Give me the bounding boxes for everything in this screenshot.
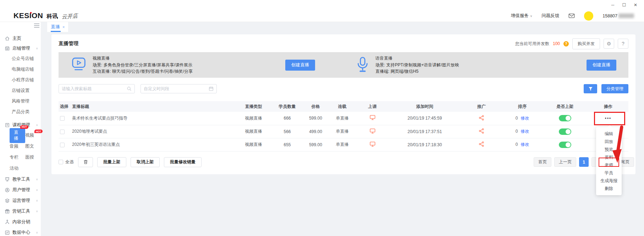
create-voice-live-button[interactable]: 创建直播 <box>587 60 616 71</box>
menu-item-playback[interactable]: 回放 <box>596 138 622 146</box>
batch-off-shelf-button[interactable]: 取消上架 <box>131 157 160 167</box>
enter-class-icon[interactable] <box>370 115 375 121</box>
chevron-down-icon: ∨ <box>36 188 38 192</box>
date-range-box <box>141 84 217 93</box>
live-management-card: 直播管理 您当前可用并发数 100 ? 购买并发 ⚙ ? <box>51 34 635 174</box>
help-circle-icon[interactable]: ? <box>563 41 569 46</box>
sidebar-item-content-distribution[interactable]: 内容分销 <box>0 216 41 227</box>
row-checkbox[interactable] <box>60 130 65 134</box>
window-minimize-button[interactable]: ─ <box>607 0 618 10</box>
create-live-banner: 视频直播 场景: 多角色身份登录/三分屏直播/屏幕共享/课件展示 互动直播: 聊… <box>59 52 628 78</box>
menu-item-student[interactable]: 学员 <box>596 169 622 177</box>
enter-class-icon[interactable] <box>370 128 375 135</box>
sidebar-item-shop-management[interactable]: 店铺管理 ∧ <box>0 43 41 53</box>
menu-item-generate-poster[interactable]: 生成海报 <box>596 177 622 185</box>
enter-class-icon[interactable] <box>370 142 375 148</box>
sidebar-item-offline[interactable]: 面授 <box>25 154 41 160</box>
sidebar-item-marketing-tools[interactable]: 营销工具 ∨ <box>0 206 41 216</box>
sidebar-item-operation-management[interactable]: 运营管理 ∨ <box>0 195 41 206</box>
chevron-down-icon: ∨ <box>36 231 38 234</box>
sidebar-item-data-center[interactable]: 数据中心 ∨ <box>0 227 41 236</box>
live-title[interactable]: 美术特长生考试要点技巧指导 <box>71 112 235 125</box>
promote-share-icon[interactable] <box>479 141 484 148</box>
window-close-button[interactable]: ✕ <box>630 0 641 10</box>
sidebar-item-wechat-shop[interactable]: 公众号店铺 <box>12 53 41 64</box>
promote-share-icon[interactable] <box>479 115 484 122</box>
sidebar-item-article[interactable]: 图文 <box>25 143 41 149</box>
gear-icon[interactable]: ⚙ <box>604 39 614 49</box>
account-phone-number[interactable]: 158807 <box>602 13 634 18</box>
search-icon[interactable] <box>127 86 132 91</box>
on-shelf-toggle[interactable] <box>559 128 571 135</box>
row-checkbox[interactable] <box>60 143 65 147</box>
distribution-icon <box>5 219 10 225</box>
sidebar-item-miniprogram-shop[interactable]: 小程序店铺 <box>12 75 41 85</box>
sidebar: 主页 店铺管理 ∧ 公众号店铺 电脑端店铺 小程序店铺 店铺设置 风格管理 产品… <box>0 22 41 236</box>
sidebar-item-teaching-tools[interactable]: 教学工具 ∨ <box>0 174 41 185</box>
buy-concurrency-button[interactable]: 购买并发 <box>572 38 600 49</box>
funnel-icon <box>588 86 593 92</box>
sidebar-item-column[interactable]: 专栏 <box>10 154 25 160</box>
sidebar-item-pc-shop[interactable]: 电脑端店铺 <box>12 64 41 75</box>
mail-icon[interactable] <box>568 13 575 18</box>
menu-item-teacher[interactable]: 老师 <box>596 161 622 169</box>
edit-sort-link[interactable]: 修改 <box>521 129 529 134</box>
row-checkbox[interactable] <box>60 116 65 121</box>
select-all-checkbox[interactable] <box>59 160 63 164</box>
batch-delete-button[interactable] <box>78 157 93 167</box>
sidebar-item-activity[interactable]: 活动 <box>10 165 27 171</box>
sidebar-item-user-management[interactable]: 用户管理 ∨ <box>0 185 41 195</box>
search-input[interactable] <box>62 86 127 91</box>
live-title[interactable]: 2020地理考试要点 <box>71 125 235 138</box>
redacted-phone-digits <box>618 13 634 18</box>
create-video-live-button[interactable]: 创建直播 <box>285 60 315 71</box>
live-title[interactable]: 2020年初三英语语法重点 <box>71 138 235 151</box>
sidebar-item-live[interactable]: 直播 HOT <box>10 128 25 143</box>
batch-on-shelf-button[interactable]: 批量上架 <box>97 157 126 167</box>
batch-edit-sales-button[interactable]: 批量修改销量 <box>164 157 202 167</box>
tab-live[interactable]: 直播 × <box>47 22 68 32</box>
page-title: 直播管理 <box>59 40 78 47</box>
menu-item-preview[interactable]: 预览 <box>596 146 622 153</box>
tab-close-icon[interactable]: × <box>62 25 65 29</box>
window-maximize-button[interactable]: ☐ <box>618 0 630 10</box>
sidebar-item-shop-settings[interactable]: 店铺设置 <box>12 85 41 96</box>
sidebar-item-video[interactable]: 视频 HOT <box>25 132 41 138</box>
on-shelf-toggle[interactable] <box>559 142 571 148</box>
trash-icon <box>83 159 88 165</box>
feedback-link[interactable]: 问题反馈 <box>541 13 559 19</box>
marketing-icon <box>5 209 10 214</box>
chevron-down-icon: ∨ <box>530 14 533 18</box>
sidebar-item-product-category[interactable]: 产品分类 <box>12 106 41 117</box>
table-row: 2020地理考试要点 视频直播 566 499.00 单直播 20/01/19 … <box>59 125 628 138</box>
page-1-button[interactable]: 1 <box>579 157 589 167</box>
menu-item-delete[interactable]: 删除 <box>596 185 622 192</box>
video-live-scene: 场景: 多角色身份登录/三分屏直播/屏幕共享/课件展示 <box>93 62 193 68</box>
sidebar-collapse-icon[interactable] <box>34 23 39 29</box>
date-range-input[interactable] <box>144 86 209 91</box>
user-avatar[interactable] <box>584 11 593 21</box>
more-actions-button[interactable]: ••• <box>605 116 612 121</box>
calendar-icon[interactable] <box>209 86 214 91</box>
brand-name: KESION <box>13 11 43 20</box>
first-page-button[interactable]: 首页 <box>534 157 551 167</box>
question-icon[interactable]: ? <box>618 39 628 49</box>
sidebar-item-audio[interactable]: 音频 <box>10 143 25 149</box>
menu-item-material[interactable]: 资料 <box>596 153 622 161</box>
brand-logo: KESION 科讯 云开店 <box>13 11 78 20</box>
sidebar-item-style-management[interactable]: 风格管理 <box>12 96 41 106</box>
promote-share-icon[interactable] <box>479 128 484 135</box>
table-row: 美术特长生考试要点技巧指导 视频直播 666 599.00 单直播 20/01/… <box>59 112 628 125</box>
filter-funnel-button[interactable] <box>584 84 597 93</box>
chevron-up-icon: ∧ <box>36 47 38 50</box>
category-management-button[interactable]: 分类管理 <box>601 84 628 93</box>
select-all[interactable]: 全选 <box>59 159 74 165</box>
video-live-interaction: 互动直播: 聊天/提问/公告/签到/答题卡/问卷/抽奖/分享 <box>93 68 193 75</box>
prev-page-button[interactable]: 上一页 <box>554 157 576 167</box>
value-added-services-menu[interactable]: 增值服务 ∨ <box>511 13 533 19</box>
edit-sort-link[interactable]: 修改 <box>521 116 529 121</box>
menu-item-edit[interactable]: 编辑 <box>596 130 622 138</box>
on-shelf-toggle[interactable] <box>559 115 571 121</box>
edit-sort-link[interactable]: 修改 <box>521 142 529 147</box>
sidebar-item-home[interactable]: 主页 <box>0 33 41 43</box>
